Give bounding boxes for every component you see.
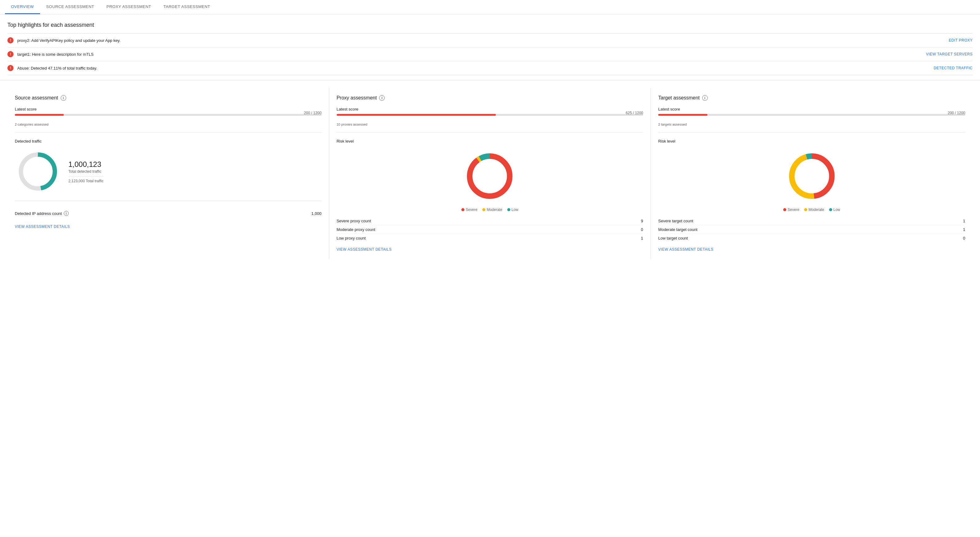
risk-count-value: 0 <box>641 227 643 232</box>
risk-count-value: 1 <box>963 227 965 232</box>
error-icon-1: ! <box>7 51 14 57</box>
legend-item: Low <box>507 208 518 212</box>
target-risk-label: Risk level <box>658 139 965 143</box>
proxy-risk-counts: Severe proxy count9Moderate proxy count0… <box>337 217 643 242</box>
source-card: Source assessment i Latest score 200 / 1… <box>7 88 329 259</box>
legend-item: Low <box>829 208 840 212</box>
legend-item: Moderate <box>804 208 824 212</box>
highlight-row-1: !target1: Here is some description for m… <box>7 48 973 61</box>
source-score-value: 200 / 1200 <box>304 111 321 116</box>
legend-dot <box>804 208 807 211</box>
target-donut <box>784 148 840 204</box>
risk-count-row-1: Moderate proxy count0 <box>337 226 643 234</box>
risk-count-row-0: Severe proxy count9 <box>337 217 643 226</box>
legend-dot <box>507 208 510 211</box>
tab-proxy[interactable]: PROXY ASSESSMENT <box>100 0 158 14</box>
source-ip-value: 1,000 <box>311 211 321 216</box>
target-score-bar: 200 / 1200 <box>658 114 965 116</box>
source-score-subtitle: 2 categories assessed <box>15 122 321 126</box>
legend-dot <box>829 208 832 211</box>
risk-count-label: Severe proxy count <box>337 219 371 223</box>
legend-dot <box>482 208 485 211</box>
source-view-link[interactable]: VIEW ASSESSMENT DETAILS <box>15 224 321 229</box>
highlights-section: Top highlights for each assessment !prox… <box>0 14 980 75</box>
target-card: Target assessment i Latest score 200 / 1… <box>651 88 973 259</box>
source-score-label: Latest score <box>15 107 321 111</box>
source-ip-row: Detected IP address count i 1,000 <box>15 207 321 219</box>
proxy-info-icon[interactable]: i <box>379 95 385 101</box>
proxy-card-title: Proxy assessment i <box>337 95 643 101</box>
proxy-view-link[interactable]: VIEW ASSESSMENT DETAILS <box>337 247 643 251</box>
source-donut <box>15 148 61 195</box>
legend-dot <box>783 208 786 211</box>
error-icon-2: ! <box>7 65 14 71</box>
risk-count-label: Moderate target count <box>658 227 697 232</box>
target-score-label: Latest score <box>658 107 965 111</box>
source-traffic-count: 1,000,123 <box>68 160 103 169</box>
source-traffic-label: Detected traffic <box>15 139 321 143</box>
target-risk-counts: Severe target count1Moderate target coun… <box>658 217 965 242</box>
highlight-row-2: !Abuse: Detected 47.11% of total traffic… <box>7 61 973 75</box>
risk-count-label: Low target count <box>658 236 688 240</box>
risk-count-label: Moderate proxy count <box>337 227 375 232</box>
highlight-text-2: Abuse: Detected 47.11% of total traffic … <box>17 66 929 70</box>
source-traffic-info: 1,000,123 Total detected traffic 2,123,0… <box>68 160 103 183</box>
highlight-text-0: proxy2: Add VerifyAPIKey policy and upda… <box>17 38 944 43</box>
target-info-icon[interactable]: i <box>702 95 708 101</box>
proxy-score-bar: 625 / 1200 <box>337 114 643 116</box>
target-score-value: 200 / 1200 <box>948 111 965 116</box>
target-score-subtitle: 2 targets assessed <box>658 122 965 126</box>
cards-section: Source assessment i Latest score 200 / 1… <box>0 80 980 266</box>
source-card-title: Source assessment i <box>15 95 321 101</box>
source-info-icon[interactable]: i <box>60 95 66 101</box>
source-ip-info-icon[interactable]: i <box>64 211 69 216</box>
source-traffic-total: 2,123,000 Total traffic <box>68 179 103 183</box>
proxy-donut <box>462 148 517 204</box>
risk-count-row-2: Low target count0 <box>658 234 965 242</box>
risk-count-value: 1 <box>963 219 965 223</box>
tab-source[interactable]: SOURCE ASSESSMENT <box>40 0 100 14</box>
proxy-risk-label: Risk level <box>337 139 643 143</box>
source-ip-label: Detected IP address count i <box>15 211 69 216</box>
legend-item: Severe <box>783 208 799 212</box>
proxy-risk-chart: SevereModerateLow <box>337 148 643 212</box>
proxy-score-value: 625 / 1200 <box>626 111 643 116</box>
proxy-score-subtitle: 10 proxies assessed <box>337 122 643 126</box>
risk-count-label: Severe target count <box>658 219 693 223</box>
risk-count-row-0: Severe target count1 <box>658 217 965 226</box>
legend-dot <box>461 208 465 211</box>
highlights-title: Top highlights for each assessment <box>7 22 973 28</box>
tab-bar: OVERVIEWSOURCE ASSESSMENTPROXY ASSESSMEN… <box>0 0 980 14</box>
risk-count-value: 1 <box>641 236 643 240</box>
target-risk-chart: SevereModerateLow <box>658 148 965 212</box>
source-score-bar: 200 / 1200 <box>15 114 321 116</box>
highlight-text-1: target1: Here is some description for mT… <box>17 52 921 57</box>
source-traffic-desc: Total detected traffic <box>68 169 103 174</box>
legend-item: Severe <box>461 208 477 212</box>
tab-target[interactable]: TARGET ASSESSMENT <box>158 0 216 14</box>
highlight-row-0: !proxy2: Add VerifyAPIKey policy and upd… <box>7 33 973 48</box>
risk-count-row-2: Low proxy count1 <box>337 234 643 242</box>
legend-item: Moderate <box>482 208 502 212</box>
risk-count-label: Low proxy count <box>337 236 366 240</box>
error-icon-0: ! <box>7 37 14 43</box>
target-view-link[interactable]: VIEW ASSESSMENT DETAILS <box>658 247 965 251</box>
proxy-legend: SevereModerateLow <box>461 208 518 212</box>
svg-point-2 <box>470 156 510 196</box>
target-card-title: Target assessment i <box>658 95 965 101</box>
source-donut-row: 1,000,123 Total detected traffic 2,123,0… <box>15 148 321 195</box>
tab-overview[interactable]: OVERVIEW <box>5 0 40 14</box>
highlight-link-1[interactable]: VIEW TARGET SERVERS <box>926 52 973 56</box>
risk-count-value: 9 <box>641 219 643 223</box>
target-legend: SevereModerateLow <box>783 208 840 212</box>
highlight-link-2[interactable]: DETECTED TRAFFIC <box>934 66 973 70</box>
proxy-card: Proxy assessment i Latest score 625 / 12… <box>329 88 651 259</box>
highlight-link-0[interactable]: EDIT PROXY <box>949 38 973 43</box>
proxy-score-label: Latest score <box>337 107 643 111</box>
risk-count-row-1: Moderate target count1 <box>658 226 965 234</box>
risk-count-value: 0 <box>963 236 965 240</box>
